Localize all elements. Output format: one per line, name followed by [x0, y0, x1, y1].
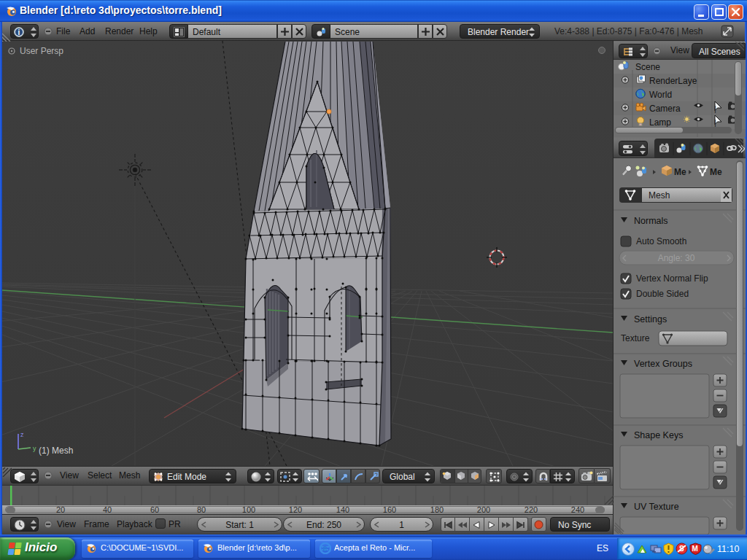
svg-text:e: e	[322, 543, 328, 553]
svg-text:Shape Keys: Shape Keys	[634, 430, 683, 440]
svg-text:Vertex Groups: Vertex Groups	[634, 359, 692, 369]
svg-text:y: y	[33, 445, 36, 452]
svg-text:Camera: Camera	[649, 104, 681, 114]
svg-text:Normals: Normals	[634, 216, 668, 226]
svg-text:Lamp: Lamp	[649, 117, 671, 128]
svg-text:Me: Me	[674, 167, 686, 177]
svg-text:RenderLaye: RenderLaye	[649, 76, 697, 86]
svg-text:i: i	[18, 28, 20, 36]
svg-text:World: World	[649, 90, 672, 100]
svg-text:User Persp: User Persp	[20, 46, 63, 56]
svg-text:Angle: 30: Angle: 30	[658, 253, 695, 263]
svg-text:Texture: Texture	[621, 333, 650, 343]
svg-text:Vertex Normal Flip: Vertex Normal Flip	[636, 273, 708, 284]
svg-text:S: S	[679, 545, 684, 553]
svg-text:Settings: Settings	[634, 314, 667, 324]
svg-text:Scene: Scene	[635, 62, 660, 72]
svg-text:|: |	[714, 104, 716, 113]
svg-text:|: |	[714, 118, 716, 127]
svg-text:Mesh: Mesh	[649, 190, 670, 201]
svg-text:Me: Me	[710, 167, 722, 177]
svg-text:M: M	[692, 545, 698, 553]
svg-text:Double Sided: Double Sided	[636, 289, 689, 299]
svg-text:UV Texture: UV Texture	[634, 502, 679, 512]
svg-text:Auto Smooth: Auto Smooth	[636, 236, 686, 246]
svg-text:(1) Mesh: (1) Mesh	[39, 446, 73, 456]
svg-text:z: z	[20, 431, 24, 438]
